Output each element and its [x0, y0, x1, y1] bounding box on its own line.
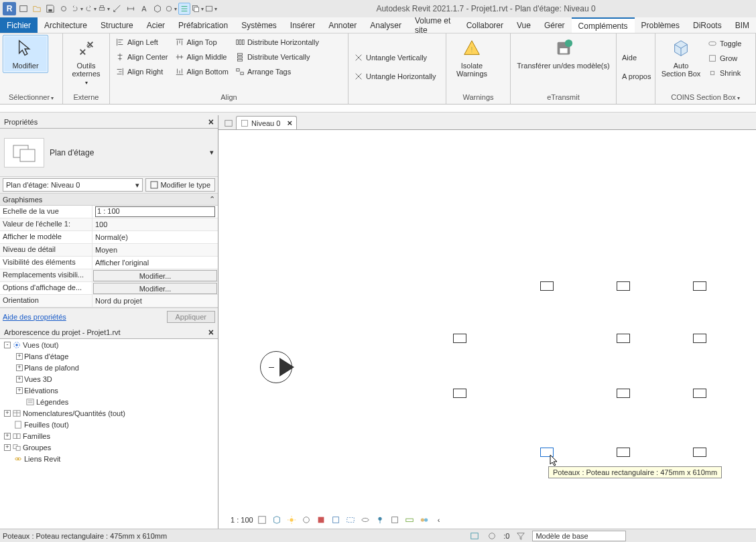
editable-only-icon[interactable] — [486, 530, 498, 542]
tree-item[interactable]: +Plans de plafond — [0, 362, 218, 373]
expand-icon[interactable]: + — [16, 364, 23, 371]
tab-annoter[interactable]: Annoter — [322, 17, 363, 33]
close-view-tab-icon[interactable]: × — [287, 118, 292, 128]
collapse-icon[interactable]: ⌃ — [209, 195, 215, 204]
tab-acier[interactable]: Acier — [140, 17, 172, 33]
isolate-warnings-button[interactable]: ! Isolate Warnings — [449, 35, 495, 81]
grow-button[interactable]: Grow — [705, 51, 744, 66]
panel-label-coins[interactable]: COINS Section Box — [658, 92, 753, 103]
crop-region-icon[interactable] — [344, 514, 357, 526]
tree-item[interactable]: +Nomenclatures/Quantités (tout) — [0, 407, 218, 419]
align-center-button[interactable]: Align Center — [113, 50, 171, 64]
panel-label-select[interactable]: Sélectionner — [3, 92, 60, 103]
column-element[interactable] — [693, 389, 706, 398]
visual-style-icon[interactable] — [271, 514, 283, 526]
column-element[interactable] — [693, 281, 706, 291]
qat-undo-icon[interactable] — [71, 3, 83, 15]
tab-complements[interactable]: Compléments — [572, 17, 635, 33]
property-value[interactable]: Afficher l'original — [92, 257, 218, 269]
external-tools-button[interactable]: Outils externes ▾ — [66, 35, 107, 89]
column-element[interactable] — [453, 334, 466, 343]
tree-item[interactable]: -Vues (tout) — [0, 339, 218, 350]
shadows-icon[interactable] — [300, 514, 312, 526]
qat-redo-icon[interactable] — [84, 3, 97, 15]
tree-item[interactable]: +Groupes — [0, 442, 218, 453]
tab-analyser[interactable]: Analyser — [363, 17, 408, 33]
close-browser-icon[interactable]: × — [208, 327, 214, 338]
tab-architecture[interactable]: Architecture — [38, 17, 94, 33]
tab-diroots[interactable]: DiRoots — [686, 17, 729, 33]
property-value[interactable]: Nord du projet — [92, 295, 218, 307]
property-category-header[interactable]: Graphismes ⌃ — [0, 194, 218, 206]
align-right-button[interactable]: Align Right — [113, 64, 171, 79]
tree-item[interactable]: +Familles — [0, 430, 218, 442]
align-bottom-button[interactable]: Align Bottom — [172, 64, 231, 79]
scale-display[interactable]: 1 : 100 — [231, 516, 253, 524]
expand-icon[interactable]: + — [4, 410, 11, 417]
column-element[interactable] — [693, 334, 706, 343]
tree-item[interactable]: +Vues 3D — [0, 373, 218, 385]
shrink-button[interactable]: Shrink — [705, 66, 744, 80]
tab-inserer[interactable]: Insérer — [284, 17, 322, 33]
tab-gerer[interactable]: Gérer — [538, 17, 572, 33]
qat-section-icon[interactable] — [165, 3, 177, 15]
tab-bim[interactable]: BIM — [729, 17, 756, 33]
view-home-icon[interactable] — [223, 117, 235, 129]
toggle-button[interactable]: Toggle — [705, 36, 744, 51]
worksharing-display-icon[interactable] — [418, 514, 430, 526]
tab-collaborer[interactable]: Collaborer — [460, 17, 510, 33]
column-element[interactable] — [617, 389, 630, 398]
properties-help-link[interactable]: Aide des propriétés — [3, 313, 66, 321]
type-selector[interactable]: Plan d'étage ▾ — [0, 129, 218, 177]
about-button[interactable]: A propos — [619, 69, 653, 84]
transmit-model-button[interactable]: Transférer un/des modèle(s) — [513, 35, 613, 73]
qat-open-icon[interactable] — [31, 3, 43, 15]
qat-measure-icon[interactable] — [111, 3, 123, 15]
crop-view-icon[interactable] — [330, 514, 342, 526]
distribute-v-button[interactable]: Distribute Vertically — [233, 50, 322, 64]
qat-text-icon[interactable]: A — [138, 3, 150, 15]
reveal-props-icon[interactable] — [389, 514, 401, 526]
collapse-icon[interactable]: - — [4, 342, 11, 348]
expand-icon[interactable]: + — [16, 353, 23, 360]
tree-item[interactable]: +Elévations — [0, 385, 218, 396]
tab-volume-site[interactable]: Volume et site — [408, 17, 460, 33]
auto-sectionbox-button[interactable]: Auto Section Box — [658, 35, 704, 81]
qat-thinlines-icon[interactable] — [178, 3, 190, 15]
tab-systemes[interactable]: Systèmes — [235, 17, 284, 33]
filter-icon[interactable] — [515, 530, 527, 542]
qat-3d-icon[interactable] — [151, 3, 164, 15]
qat-print-icon[interactable] — [98, 3, 110, 15]
property-edit-button[interactable]: Modifier... — [93, 270, 217, 281]
close-properties-icon[interactable]: × — [208, 117, 214, 127]
workset-select[interactable]: Modèle de base — [532, 531, 626, 541]
temporary-pin-icon[interactable] — [374, 514, 386, 526]
untangle-v-button[interactable]: Untangle Vertically — [351, 50, 430, 65]
qat-home-icon[interactable] — [17, 3, 29, 15]
column-element[interactable] — [617, 281, 630, 291]
sun-path-icon[interactable] — [286, 514, 298, 526]
property-value[interactable]: 100 — [92, 218, 218, 230]
column-element[interactable] — [453, 389, 466, 398]
worksets-icon[interactable] — [468, 530, 481, 542]
render-icon[interactable] — [315, 514, 327, 526]
tree-item[interactable]: Feuilles (tout) — [0, 419, 218, 430]
view-tab-active[interactable]: Niveau 0 × — [236, 116, 297, 129]
distribute-h-button[interactable]: Distribute Horizontally — [233, 35, 322, 50]
help-button[interactable]: Aide — [619, 50, 639, 65]
property-value[interactable]: Moyen — [92, 244, 218, 256]
property-value[interactable]: Normal(e) — [92, 231, 218, 243]
tab-prefabrication[interactable]: Préfabrication — [172, 17, 235, 33]
expand-icon[interactable]: + — [4, 433, 11, 439]
qat-switch-icon[interactable] — [205, 3, 217, 15]
qat-save-icon[interactable] — [44, 3, 56, 15]
tab-structure[interactable]: Structure — [94, 17, 140, 33]
tree-item[interactable]: +Plans d'étage — [0, 350, 218, 362]
expand-icon[interactable]: + — [16, 387, 23, 394]
column-element[interactable] — [540, 281, 554, 291]
column-element[interactable] — [617, 334, 630, 343]
reveal-constraints-icon[interactable] — [403, 514, 416, 526]
untangle-h-button[interactable]: Untangle Horizontally — [351, 69, 439, 84]
chevron-left-icon[interactable]: ‹ — [433, 514, 445, 526]
hide-isolate-icon[interactable] — [359, 514, 371, 526]
